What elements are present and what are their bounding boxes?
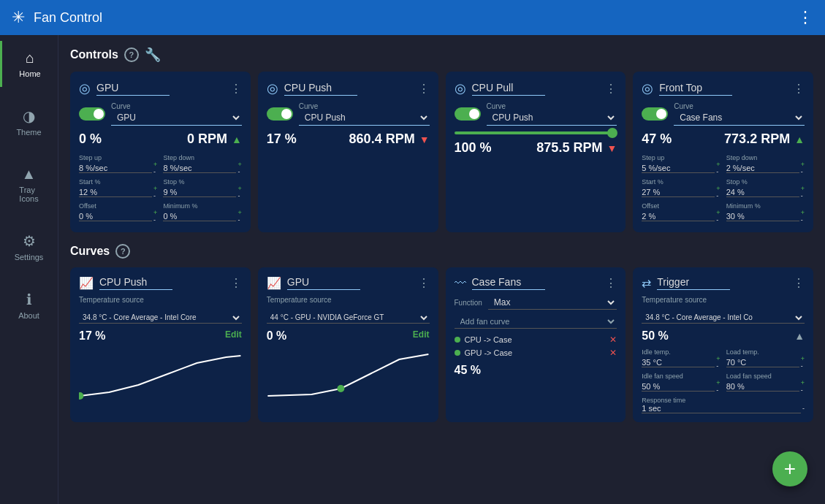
ft-start-plus[interactable]: + <box>716 186 720 192</box>
gpu-curve-title: GPU <box>287 276 360 290</box>
ft-stop-plus[interactable]: + <box>801 186 805 192</box>
gpu-offset-plus[interactable]: + <box>153 210 157 216</box>
ft-stepup-minus[interactable]: - <box>716 169 720 175</box>
titlebar: ✳ Fan Control ⋮ <box>0 0 825 35</box>
cpu-push-card-header: ◎ CPU Push ⋮ <box>267 80 430 96</box>
trigger-load-fan-plus[interactable]: + <box>801 380 805 386</box>
trigger-load-temp-value: 70 °C <box>726 358 799 367</box>
cpu-push-edit-button[interactable]: Edit <box>225 329 242 343</box>
gpu-curve-temp-label: Temperature source <box>267 296 430 304</box>
trigger-idle-fan-plus[interactable]: + <box>716 380 720 386</box>
gpu-stepup-plus[interactable]: + <box>153 161 157 168</box>
front-top-card-title: Front Top <box>659 82 732 96</box>
trigger-load-temp-minus[interactable]: - <box>801 363 805 370</box>
ft-offset-minus[interactable]: - <box>716 217 720 224</box>
trigger-curve-header: ⇄ Trigger ⋮ <box>642 276 805 290</box>
gpu-curve-header: 📈 GPU ⋮ <box>267 276 430 290</box>
gpu-minpct-plus[interactable]: + <box>237 210 241 216</box>
ft-start-minus[interactable]: - <box>716 193 720 199</box>
ft-minpct-minus[interactable]: - <box>801 217 805 224</box>
settings-icon: ⚙ <box>23 232 36 250</box>
trigger-idle-temp-plus[interactable]: + <box>716 356 720 362</box>
gpu-start-minus[interactable]: - <box>153 193 157 199</box>
cpu-push-curve-menu[interactable]: ⋮ <box>230 276 242 290</box>
front-top-toggle[interactable] <box>642 107 668 121</box>
cpu-pull-slider-container <box>455 131 617 134</box>
gpu-stop-plus[interactable]: + <box>237 186 241 192</box>
gpu-stepdown-minus[interactable]: - <box>237 169 241 175</box>
gpu-start-plus[interactable]: + <box>153 186 157 192</box>
line-chart-icon-2: 📈 <box>267 276 281 290</box>
gpu-curve-select[interactable]: GPU <box>111 110 242 126</box>
sidebar-item-home-label: Home <box>19 69 40 78</box>
case-fans-curve-menu[interactable]: ⋮ <box>605 276 617 290</box>
cpu-pull-card-menu[interactable]: ⋮ <box>605 82 617 96</box>
trigger-curve-title: Trigger <box>657 276 730 290</box>
gpu-offset-minus[interactable]: - <box>153 217 157 224</box>
slider-thumb <box>607 128 617 138</box>
fan-curve-remove-gpu[interactable]: ✕ <box>609 348 617 358</box>
ft-offset-plus[interactable]: + <box>716 210 720 216</box>
front-top-curve-select[interactable]: Case Fans <box>674 110 805 126</box>
controls-help-button[interactable]: ? <box>124 47 139 62</box>
gpu-curve-menu[interactable]: ⋮ <box>418 276 430 290</box>
trigger-temp-select[interactable]: 34.8 °C - Core Average - Intel Co <box>642 312 805 324</box>
function-select[interactable]: Max <box>488 296 617 310</box>
sidebar-item-home[interactable]: ⌂ Home <box>0 41 58 87</box>
cpu-pull-card-title: CPU Pull <box>472 82 545 96</box>
ft-stepdown-plus[interactable]: + <box>801 161 805 168</box>
cpu-pull-slider[interactable] <box>455 131 617 134</box>
ft-stepup-plus[interactable]: + <box>716 161 720 168</box>
ft-minpct-plus[interactable]: + <box>801 210 805 216</box>
ft-start-value: 27 % <box>642 188 715 197</box>
gpu-rpm: 0 RPM <box>187 131 227 147</box>
trigger-idle-temp-minus[interactable]: - <box>716 363 720 370</box>
trigger-load-fan-minus[interactable]: - <box>801 387 805 394</box>
sidebar-item-tray-icons[interactable]: ▲ TrayIcons <box>0 157 58 212</box>
gpu-stop-label: Stop % <box>163 178 241 186</box>
gpu-stepdown-label: Step down <box>163 154 241 161</box>
gpu-stepdown-plus[interactable]: + <box>237 161 241 168</box>
cpu-push-toggle[interactable] <box>267 107 293 121</box>
trigger-idle-fan-minus[interactable]: - <box>716 387 720 394</box>
sidebar-item-settings[interactable]: ⚙ Settings <box>0 224 58 270</box>
ft-stepdown-minus[interactable]: - <box>801 169 805 175</box>
cpu-pull-toggle[interactable] <box>455 107 481 121</box>
fan-curve-dot-gpu <box>455 350 460 356</box>
cpu-push-temp-select[interactable]: 34.8 °C - Core Average - Intel Core <box>79 312 242 324</box>
cpu-push-card-menu[interactable]: ⋮ <box>418 82 430 96</box>
trigger-response-minus[interactable]: - <box>802 405 805 412</box>
front-top-card-menu[interactable]: ⋮ <box>793 82 805 96</box>
trigger-load-temp-plus[interactable]: + <box>801 356 805 362</box>
controls-settings-icon[interactable]: 🔧 <box>145 47 161 63</box>
cpu-push-card-title: CPU Push <box>284 82 357 96</box>
cpu-push-arrow-icon: ▼ <box>419 134 430 145</box>
fan-curve-remove-cpu[interactable]: ✕ <box>609 335 617 345</box>
sidebar-item-about[interactable]: ℹ About <box>0 282 58 329</box>
gpu-toggle[interactable] <box>79 107 105 121</box>
curves-label: Curves <box>70 245 110 258</box>
gpu-minpct-minus[interactable]: - <box>237 217 241 224</box>
ft-stop-minus[interactable]: - <box>801 193 805 199</box>
cpu-push-curve-title: CPU Push <box>99 276 172 290</box>
gpu-curve-edit-button[interactable]: Edit <box>413 329 430 343</box>
cpu-push-curve-select[interactable]: CPU Push <box>299 110 430 126</box>
trigger-expand-icon[interactable]: ▲ <box>794 330 805 342</box>
gpu-card-menu[interactable]: ⋮ <box>230 82 242 96</box>
trigger-curve-menu[interactable]: ⋮ <box>793 276 805 290</box>
front-top-control-card: ◎ Front Top ⋮ Curve Case Fans 47 % <box>633 72 813 232</box>
gpu-curve-temp-select[interactable]: 44 °C - GPU - NVIDIA GeForce GT <box>267 312 430 324</box>
fan-curve-name-cpu: CPU -> Case <box>465 335 610 344</box>
titlebar-menu-button[interactable]: ⋮ <box>797 8 813 27</box>
cpu-push-chart-svg <box>79 348 242 400</box>
gpu-stop-minus[interactable]: - <box>237 193 241 199</box>
cpu-pull-curve-select[interactable]: CPU Push <box>487 110 617 126</box>
cpu-push-curve-header: 📈 CPU Push ⋮ <box>79 276 242 290</box>
sidebar-item-theme[interactable]: ◑ Theme <box>0 99 58 145</box>
ft-stepdown-value: 2 %/sec <box>726 164 799 173</box>
gpu-curve-stats: 0 % Edit <box>267 329 430 343</box>
curves-help-button[interactable]: ? <box>115 244 130 259</box>
add-fab-button[interactable]: + <box>772 451 807 486</box>
add-fan-curve-select[interactable]: Add fan curve <box>455 315 617 329</box>
gpu-stepup-minus[interactable]: - <box>153 169 157 175</box>
